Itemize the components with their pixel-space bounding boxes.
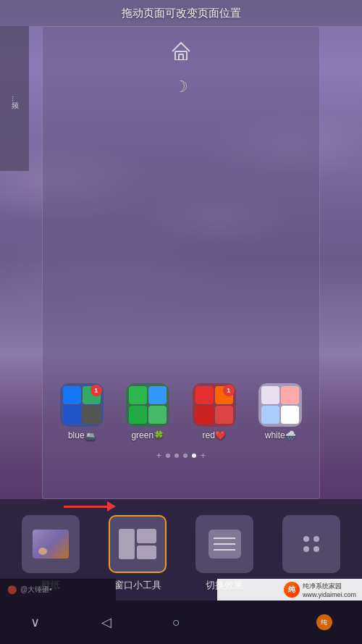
widget-icon-right [137, 529, 156, 559]
widget-label: 窗口小工具 [114, 579, 161, 592]
wallpaper-icon-box [22, 515, 80, 573]
dot-3 [183, 453, 188, 458]
weibo-icon: 🔴 [7, 585, 17, 595]
home-icon [171, 41, 191, 60]
app-white1 [261, 386, 279, 404]
folder-grid-blue[interactable]: 1 [60, 383, 104, 427]
settings-icon [295, 530, 328, 559]
tool-widget[interactable]: 窗口小工具 [109, 515, 167, 592]
s-dot-2 [313, 536, 319, 542]
folder-grid-red[interactable]: 1 [193, 383, 236, 427]
settings-icon-box [282, 515, 340, 573]
navigation-bar: ∨ ◁ ○ 纯 [0, 601, 362, 644]
watermark-bar: 纯 纯净系统家园 www.yidaimei.com [217, 579, 362, 601]
wallpaper-icon [33, 530, 69, 559]
folders-row: 1 blue🚢 green🍀 1 [43, 383, 319, 440]
dot-plus-right: + [201, 451, 206, 461]
app-white4 [281, 406, 299, 424]
app-green3 [129, 406, 147, 424]
svg-rect-1 [179, 54, 183, 60]
s-dot-3 [303, 546, 309, 552]
red-arrow-indicator [64, 501, 116, 511]
folder-label-blue: blue🚢 [68, 430, 96, 440]
top-instruction-bar: 拖动页面可改变页面位置 [0, 0, 362, 26]
page-dots: + + [43, 451, 319, 461]
app-blue3 [63, 406, 81, 424]
svg-rect-0 [175, 51, 187, 60]
arrow-head [107, 501, 116, 511]
badge-red: 1 [223, 385, 235, 396]
watermark-title: 纯净系统家园 [303, 582, 342, 591]
left-edge-app: 频... [0, 26, 29, 171]
app-wechat [129, 386, 147, 404]
dot-2 [174, 453, 179, 458]
app-red3 [195, 406, 214, 424]
app-alipay [63, 386, 81, 404]
nav-right-area: 纯 [310, 614, 339, 630]
weibo-label: @大锤砸• [20, 585, 52, 595]
folder-label-green: green🍀 [131, 430, 164, 440]
home-icon-area [170, 40, 192, 62]
app-blue4 [83, 406, 101, 424]
app-green2 [148, 386, 167, 404]
app-white2 [281, 386, 299, 404]
app-red4 [215, 406, 233, 424]
nav-back-button[interactable]: ◁ [94, 607, 119, 637]
nav-down-button[interactable]: ∨ [23, 607, 47, 637]
left-app-label: 频... [9, 96, 20, 101]
dot-1 [166, 453, 170, 458]
s-dot-4 [313, 546, 319, 552]
widget-icon-left [119, 529, 135, 559]
folder-red[interactable]: 1 red❤️ [188, 383, 240, 440]
folder-white[interactable]: white🌧️ [254, 383, 306, 440]
watermark-logo: 纯 [284, 582, 300, 598]
widget-icon-right-bot [137, 545, 156, 560]
folder-grid-green[interactable] [126, 383, 169, 427]
instruction-text: 拖动页面可改变页面位置 [122, 7, 241, 20]
watermark-url: www.yidaimei.com [303, 591, 356, 598]
s-dot-1 [303, 536, 309, 542]
nav-orange-icon: 纯 [321, 618, 327, 627]
status-bar-left: 🔴 @大锤砸• [0, 579, 116, 601]
transition-icon [209, 530, 241, 559]
widget-icon-box [109, 515, 167, 573]
app-green4 [148, 406, 167, 424]
page-preview-panel[interactable]: ☽ 1 blue🚢 green🍀 [42, 26, 320, 499]
folder-green[interactable]: green🍀 [122, 383, 174, 440]
widget-icon [119, 529, 156, 559]
widget-icon-right-top [137, 529, 156, 543]
moon-icon: ☽ [174, 78, 188, 96]
nav-home-button[interactable]: ○ [165, 608, 188, 637]
transition-icon-box [195, 515, 253, 573]
app-white3 [261, 406, 279, 424]
badge-blue: 1 [90, 385, 102, 396]
app-weibo [195, 386, 214, 404]
nav-orange-btn[interactable]: 纯 [316, 614, 332, 630]
folder-label-red: red❤️ [203, 430, 226, 440]
arrow-line [64, 506, 107, 508]
folder-blue[interactable]: 1 blue🚢 [56, 383, 108, 440]
folder-grid-white[interactable] [258, 383, 302, 427]
dot-4-active [192, 453, 196, 458]
settings-dots-grid [303, 536, 319, 552]
folder-label-white: white🌧️ [265, 430, 296, 440]
dot-plus-left: + [156, 451, 161, 461]
